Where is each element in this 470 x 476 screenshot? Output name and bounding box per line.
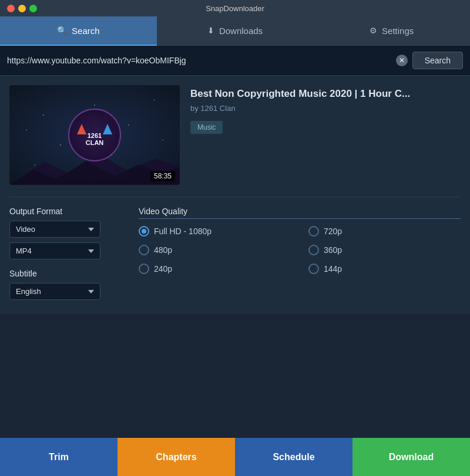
left-ear — [77, 124, 86, 134]
minimize-button[interactable] — [18, 5, 26, 12]
quality-label-720p: 720p — [324, 227, 342, 236]
title-bar: SnapDownloader — [0, 0, 470, 16]
quality-grid: Full HD - 1080p 720p 480p 360p — [139, 226, 461, 274]
download-button[interactable]: Download — [352, 438, 470, 476]
video-tag: Music — [190, 121, 223, 134]
quality-option-480p[interactable]: 480p — [139, 245, 291, 255]
app-title: SnapDownloader — [206, 4, 264, 13]
options-section: Output Format Video Audio Subtitles MP4 … — [9, 207, 461, 305]
quality-label-480p: 480p — [154, 245, 172, 255]
quality-option-360p[interactable]: 360p — [308, 245, 461, 255]
video-quality-label: Video Quality — [139, 207, 461, 219]
logo-text: 1261CLAN — [86, 132, 104, 146]
subtitle-label: Subtitle — [9, 269, 115, 278]
quality-option-720p[interactable]: 720p — [308, 226, 461, 237]
search-tab-label: Search — [72, 26, 100, 36]
settings-tab-label: Settings — [382, 26, 414, 36]
video-author: by 1261 Clan — [190, 104, 461, 113]
settings-tab-icon: ⚙ — [370, 26, 377, 35]
maximize-button[interactable] — [29, 5, 37, 12]
tab-downloads[interactable]: ⬇ Downloads — [157, 16, 314, 46]
quality-option-240p[interactable]: 240p — [139, 264, 291, 274]
search-tab-icon: 🔍 — [57, 26, 67, 35]
container-select[interactable]: MP4 MKV AVI MOV — [9, 242, 100, 259]
cat-logo: 1261CLAN — [68, 109, 121, 161]
duration-badge: 58:35 — [150, 171, 175, 181]
video-title: Best Non Copyrighted Music 2020 | 1 Hour… — [190, 87, 461, 100]
quality-label-1080p: Full HD - 1080p — [154, 227, 212, 236]
video-section: 1261CLAN 58:35 Best Non Copyrighted Musi… — [9, 85, 461, 185]
close-button[interactable] — [7, 5, 15, 12]
radio-dot-1080p — [142, 229, 146, 234]
radio-circle-480p — [139, 245, 149, 255]
radio-circle-720p — [308, 226, 319, 237]
output-format-label: Output Format — [9, 207, 115, 216]
downloads-tab-icon: ⬇ — [207, 26, 214, 35]
subtitle-select[interactable]: English Spanish French German None — [9, 283, 100, 300]
window-controls[interactable] — [7, 5, 37, 12]
right-ear — [103, 124, 112, 134]
radio-circle-360p — [308, 245, 319, 255]
quality-label-240p: 240p — [154, 264, 172, 274]
search-bar: ✕ Search — [0, 46, 470, 76]
search-button[interactable]: Search — [412, 52, 463, 69]
video-info: Best Non Copyrighted Music 2020 | 1 Hour… — [190, 85, 461, 185]
url-input[interactable] — [7, 56, 391, 65]
section-divider — [9, 197, 461, 197]
schedule-button[interactable]: Schedule — [235, 438, 352, 476]
quality-option-1080p[interactable]: Full HD - 1080p — [139, 226, 291, 237]
clear-url-button[interactable]: ✕ — [396, 55, 408, 66]
radio-circle-240p — [139, 264, 149, 274]
quality-label-360p: 360p — [324, 245, 342, 255]
bottom-toolbar: Trim Chapters Schedule Download — [0, 438, 470, 476]
tab-settings[interactable]: ⚙ Settings — [313, 16, 470, 46]
radio-circle-144p — [308, 264, 319, 274]
right-options: Video Quality Full HD - 1080p 720p — [139, 207, 461, 305]
radio-circle-1080p — [139, 226, 149, 237]
chapters-button[interactable]: Chapters — [118, 438, 235, 476]
downloads-tab-label: Downloads — [219, 26, 263, 36]
video-thumbnail: 1261CLAN 58:35 — [9, 85, 180, 185]
trim-button[interactable]: Trim — [0, 438, 118, 476]
format-select[interactable]: Video Audio Subtitles — [9, 221, 100, 238]
tab-bar: 🔍 Search ⬇ Downloads ⚙ Settings — [0, 16, 470, 46]
quality-option-144p[interactable]: 144p — [308, 264, 461, 274]
tab-search[interactable]: 🔍 Search — [0, 16, 157, 46]
main-content: 1261CLAN 58:35 Best Non Copyrighted Musi… — [0, 76, 470, 314]
quality-label-144p: 144p — [324, 264, 342, 274]
left-options: Output Format Video Audio Subtitles MP4 … — [9, 207, 115, 305]
